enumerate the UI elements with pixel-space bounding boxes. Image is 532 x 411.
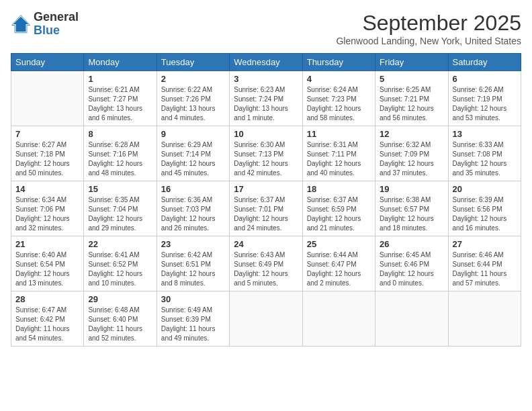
calendar-cell: 18Sunrise: 6:37 AM Sunset: 6:59 PM Dayli…	[302, 181, 375, 236]
calendar-cell: 4Sunrise: 6:24 AM Sunset: 7:23 PM Daylig…	[302, 71, 375, 126]
calendar-cell: 26Sunrise: 6:45 AM Sunset: 6:46 PM Dayli…	[375, 236, 448, 291]
calendar-cell: 14Sunrise: 6:34 AM Sunset: 7:06 PM Dayli…	[11, 181, 84, 236]
day-header-thursday: Thursday	[302, 54, 375, 71]
calendar-cell: 30Sunrise: 6:49 AM Sunset: 6:39 PM Dayli…	[157, 291, 229, 347]
calendar-cell: 13Sunrise: 6:33 AM Sunset: 7:08 PM Dayli…	[448, 126, 521, 181]
logo-icon	[11, 14, 31, 34]
calendar-cell: 25Sunrise: 6:44 AM Sunset: 6:47 PM Dayli…	[302, 236, 375, 291]
day-info: Sunrise: 6:35 AM Sunset: 7:04 PM Dayligh…	[88, 195, 152, 233]
day-info: Sunrise: 6:28 AM Sunset: 7:16 PM Dayligh…	[88, 140, 152, 178]
day-info: Sunrise: 6:36 AM Sunset: 7:03 PM Dayligh…	[161, 195, 225, 233]
day-header-saturday: Saturday	[448, 54, 521, 71]
day-number: 9	[161, 129, 225, 139]
day-number: 22	[88, 239, 152, 249]
day-info: Sunrise: 6:42 AM Sunset: 6:51 PM Dayligh…	[161, 250, 225, 288]
day-info: Sunrise: 6:32 AM Sunset: 7:09 PM Dayligh…	[380, 140, 443, 178]
day-info: Sunrise: 6:39 AM Sunset: 6:56 PM Dayligh…	[453, 195, 517, 233]
location-subtitle: Glenwood Landing, New York, United State…	[336, 36, 521, 46]
day-header-wednesday: Wednesday	[230, 54, 302, 71]
day-info: Sunrise: 6:49 AM Sunset: 6:39 PM Dayligh…	[161, 306, 225, 343]
day-number: 13	[453, 129, 517, 139]
day-info: Sunrise: 6:40 AM Sunset: 6:54 PM Dayligh…	[15, 250, 79, 288]
calendar-cell: 10Sunrise: 6:30 AM Sunset: 7:13 PM Dayli…	[230, 126, 302, 181]
calendar-cell: 28Sunrise: 6:47 AM Sunset: 6:42 PM Dayli…	[11, 291, 84, 347]
day-number: 23	[161, 239, 225, 249]
day-header-tuesday: Tuesday	[157, 54, 229, 71]
day-number: 1	[88, 74, 152, 84]
day-number: 10	[234, 129, 298, 139]
calendar-cell: 1Sunrise: 6:21 AM Sunset: 7:27 PM Daylig…	[84, 71, 157, 126]
calendar-cell: 3Sunrise: 6:23 AM Sunset: 7:24 PM Daylig…	[230, 71, 302, 126]
day-header-sunday: Sunday	[11, 54, 84, 71]
day-info: Sunrise: 6:37 AM Sunset: 6:59 PM Dayligh…	[307, 195, 371, 233]
day-number: 8	[88, 129, 152, 139]
day-number: 29	[88, 294, 152, 304]
calendar-cell: 9Sunrise: 6:29 AM Sunset: 7:14 PM Daylig…	[157, 126, 229, 181]
day-info: Sunrise: 6:45 AM Sunset: 6:46 PM Dayligh…	[380, 250, 443, 288]
day-header-monday: Monday	[84, 54, 157, 71]
week-row-1: 1Sunrise: 6:21 AM Sunset: 7:27 PM Daylig…	[11, 71, 521, 126]
calendar-cell: 19Sunrise: 6:38 AM Sunset: 6:57 PM Dayli…	[375, 181, 448, 236]
day-info: Sunrise: 6:23 AM Sunset: 7:24 PM Dayligh…	[234, 85, 298, 123]
calendar-cell: 6Sunrise: 6:26 AM Sunset: 7:19 PM Daylig…	[448, 71, 521, 126]
day-number: 4	[307, 74, 371, 84]
calendar-body: 1Sunrise: 6:21 AM Sunset: 7:27 PM Daylig…	[11, 71, 521, 347]
day-info: Sunrise: 6:47 AM Sunset: 6:42 PM Dayligh…	[15, 306, 79, 343]
title-block: September 2025 Glenwood Landing, New Yor…	[336, 11, 521, 46]
calendar-cell: 24Sunrise: 6:43 AM Sunset: 6:49 PM Dayli…	[230, 236, 302, 291]
calendar-cell	[375, 291, 448, 347]
day-info: Sunrise: 6:26 AM Sunset: 7:19 PM Dayligh…	[453, 85, 517, 123]
calendar-cell: 11Sunrise: 6:31 AM Sunset: 7:11 PM Dayli…	[302, 126, 375, 181]
day-number: 28	[15, 294, 79, 304]
day-number: 3	[234, 74, 298, 84]
calendar-cell	[11, 71, 84, 126]
week-row-4: 21Sunrise: 6:40 AM Sunset: 6:54 PM Dayli…	[11, 236, 521, 291]
day-info: Sunrise: 6:31 AM Sunset: 7:11 PM Dayligh…	[307, 140, 371, 178]
logo-line2: Blue	[34, 24, 79, 38]
day-number: 11	[307, 129, 371, 139]
calendar-cell: 8Sunrise: 6:28 AM Sunset: 7:16 PM Daylig…	[84, 126, 157, 181]
day-number: 30	[161, 294, 225, 304]
day-info: Sunrise: 6:27 AM Sunset: 7:18 PM Dayligh…	[15, 140, 79, 178]
calendar-cell: 16Sunrise: 6:36 AM Sunset: 7:03 PM Dayli…	[157, 181, 229, 236]
day-info: Sunrise: 6:48 AM Sunset: 6:40 PM Dayligh…	[88, 306, 152, 343]
calendar-cell: 2Sunrise: 6:22 AM Sunset: 7:26 PM Daylig…	[157, 71, 229, 126]
calendar-cell: 20Sunrise: 6:39 AM Sunset: 6:56 PM Dayli…	[448, 181, 521, 236]
day-number: 26	[380, 239, 443, 249]
day-info: Sunrise: 6:33 AM Sunset: 7:08 PM Dayligh…	[453, 140, 517, 178]
day-number: 5	[380, 74, 443, 84]
day-info: Sunrise: 6:46 AM Sunset: 6:44 PM Dayligh…	[453, 250, 517, 288]
day-info: Sunrise: 6:37 AM Sunset: 7:01 PM Dayligh…	[234, 195, 298, 233]
calendar-cell: 12Sunrise: 6:32 AM Sunset: 7:09 PM Dayli…	[375, 126, 448, 181]
calendar-cell: 27Sunrise: 6:46 AM Sunset: 6:44 PM Dayli…	[448, 236, 521, 291]
day-number: 14	[15, 184, 79, 194]
logo-line1: General	[34, 11, 79, 24]
calendar-cell: 15Sunrise: 6:35 AM Sunset: 7:04 PM Dayli…	[84, 181, 157, 236]
day-number: 16	[161, 184, 225, 194]
calendar-cell: 22Sunrise: 6:41 AM Sunset: 6:52 PM Dayli…	[84, 236, 157, 291]
day-info: Sunrise: 6:43 AM Sunset: 6:49 PM Dayligh…	[234, 250, 298, 288]
day-number: 24	[234, 239, 298, 249]
day-info: Sunrise: 6:25 AM Sunset: 7:21 PM Dayligh…	[380, 85, 443, 123]
day-number: 6	[453, 74, 517, 84]
calendar-header: SundayMondayTuesdayWednesdayThursdayFrid…	[11, 54, 521, 71]
day-number: 7	[15, 129, 79, 139]
days-of-week-row: SundayMondayTuesdayWednesdayThursdayFrid…	[11, 54, 521, 71]
day-number: 21	[15, 239, 79, 249]
calendar-table: SundayMondayTuesdayWednesdayThursdayFrid…	[11, 53, 521, 347]
calendar-cell	[448, 291, 521, 347]
day-number: 27	[453, 239, 517, 249]
calendar-cell: 5Sunrise: 6:25 AM Sunset: 7:21 PM Daylig…	[375, 71, 448, 126]
page-header: General Blue September 2025 Glenwood Lan…	[11, 11, 521, 46]
day-info: Sunrise: 6:21 AM Sunset: 7:27 PM Dayligh…	[88, 85, 152, 123]
logo: General Blue	[11, 11, 79, 38]
day-info: Sunrise: 6:22 AM Sunset: 7:26 PM Dayligh…	[161, 85, 225, 123]
day-number: 12	[380, 129, 443, 139]
calendar-cell: 23Sunrise: 6:42 AM Sunset: 6:51 PM Dayli…	[157, 236, 229, 291]
day-info: Sunrise: 6:30 AM Sunset: 7:13 PM Dayligh…	[234, 140, 298, 178]
calendar-cell: 17Sunrise: 6:37 AM Sunset: 7:01 PM Dayli…	[230, 181, 302, 236]
month-year-title: September 2025	[336, 11, 521, 36]
day-info: Sunrise: 6:34 AM Sunset: 7:06 PM Dayligh…	[15, 195, 79, 233]
week-row-5: 28Sunrise: 6:47 AM Sunset: 6:42 PM Dayli…	[11, 291, 521, 347]
day-number: 25	[307, 239, 371, 249]
